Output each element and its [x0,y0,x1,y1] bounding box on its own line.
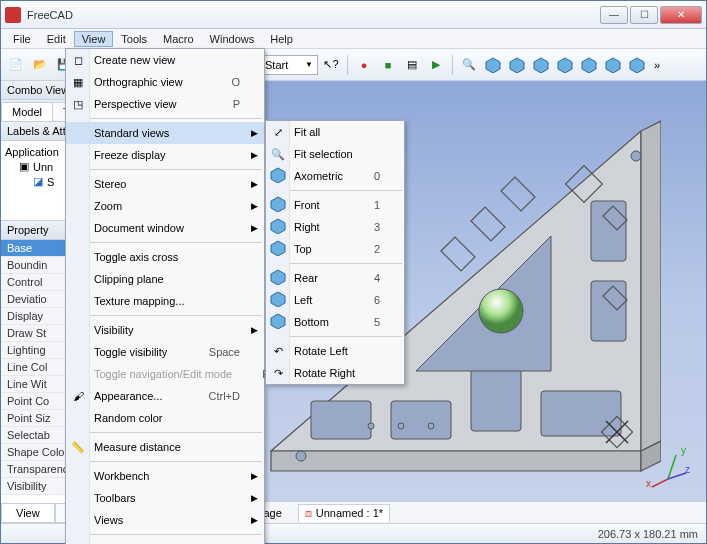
view-left-button[interactable] [602,54,624,76]
menu-item-label: Toggle axis cross [94,251,178,263]
view-menu-item[interactable]: Visibility▶ [66,319,264,341]
stdviews-item[interactable]: Front1 [266,194,404,216]
menu-item-label: Clipping plane [94,273,164,285]
menu-item-label: Toggle visibility [94,346,167,358]
minimize-button[interactable]: — [600,6,628,24]
toolbar-overflow-icon[interactable]: » [650,59,664,71]
chevron-right-icon: ▶ [251,201,258,211]
stdviews-item[interactable]: ⤢Fit all [266,121,404,143]
stdviews-item[interactable]: Right3 [266,216,404,238]
view-menu-item[interactable]: Zoom▶ [66,195,264,217]
view-menu-item[interactable]: 🖌Appearance...Ctrl+D [66,385,264,407]
view-menu-item[interactable]: ✓Status bar [66,538,264,544]
toolbar-separator [347,55,348,75]
stdviews-item[interactable]: ↷Rotate Right [266,362,404,384]
menu-file[interactable]: File [5,31,39,47]
view-menu-item[interactable]: Standard views▶ [66,122,264,144]
doc-tab-unnamed[interactable]: ⧈ Unnamed : 1* [298,504,390,522]
svg-marker-3 [558,58,572,73]
maximize-button[interactable]: ☐ [630,6,658,24]
stdviews-item[interactable]: Left6 [266,289,404,311]
view-menu-item[interactable]: ▦Orthographic viewO [66,71,264,93]
cube-icon [629,57,645,73]
fitsel-icon: 🔍 [270,148,286,161]
stdviews-item[interactable]: Axometric0 [266,165,404,187]
rotr-icon: ↷ [270,367,286,380]
open-file-button[interactable]: 📂 [29,54,51,76]
stdviews-item[interactable]: Rear4 [266,267,404,289]
view-right-button[interactable] [530,54,552,76]
menu-item-label: Rotate Right [294,367,355,379]
view-menu-item[interactable]: 📏Measure distance [66,436,264,458]
stdviews-item[interactable]: Bottom5 [266,311,404,333]
menu-item-label: Fit selection [294,148,353,160]
cube-icon [270,291,286,309]
new-file-button[interactable]: 📄 [5,54,27,76]
menu-windows[interactable]: Windows [202,31,263,47]
record-macro-button[interactable]: ● [353,54,375,76]
view-menu-item[interactable]: Document window▶ [66,217,264,239]
menu-separator [68,242,262,243]
menu-help[interactable]: Help [262,31,301,47]
macros-button[interactable]: ▤ [401,54,423,76]
view-menu-item[interactable]: Toolbars▶ [66,487,264,509]
view-menu-item[interactable]: Random color [66,407,264,429]
axis-x-label: x [646,478,651,489]
chevron-right-icon: ▶ [251,223,258,233]
stdviews-item[interactable]: ↶Rotate Left [266,340,404,362]
close-button[interactable]: ✕ [660,6,702,24]
chevron-right-icon: ▶ [251,150,258,160]
view-menu-item[interactable]: Texture mapping... [66,290,264,312]
menu-item-label: Texture mapping... [94,295,185,307]
tab-model[interactable]: Model [1,102,53,121]
titlebar: FreeCAD — ☐ ✕ [1,1,706,29]
svg-line-27 [652,479,668,487]
svg-marker-6 [630,58,644,73]
view-menu-item[interactable]: Workbench▶ [66,465,264,487]
view-menu-item[interactable]: Toggle visibilitySpace [66,341,264,363]
menu-tools[interactable]: Tools [113,31,155,47]
menu-item-label: Perspective view [94,98,177,110]
svg-marker-5 [606,58,620,73]
property-tab-view[interactable]: View [1,504,55,523]
cube-icon [605,57,621,73]
menu-item-label: Visibility [94,324,134,336]
view-menu-item[interactable]: Freeze display▶ [66,144,264,166]
view-menu-item[interactable]: ◳Perspective viewP [66,93,264,115]
view-menu-item[interactable]: Stereo▶ [66,173,264,195]
cube-icon [270,196,286,214]
svg-marker-34 [271,270,285,285]
menu-view[interactable]: View [74,31,114,47]
menu-shortcut: Ctrl+D [179,390,240,402]
rotl-icon: ↶ [270,345,286,358]
folder-open-icon: 📂 [33,58,47,71]
menu-edit[interactable]: Edit [39,31,74,47]
view-menu-item[interactable]: Views▶ [66,509,264,531]
ortho-icon: ▦ [70,76,86,89]
run-macro-button[interactable]: ▶ [425,54,447,76]
menu-shortcut: P [203,98,240,110]
view-bottom-button[interactable] [626,54,648,76]
menu-macro[interactable]: Macro [155,31,202,47]
svg-marker-30 [271,168,285,183]
menu-separator [68,169,262,170]
svg-marker-4 [582,58,596,73]
view-rear-button[interactable] [578,54,600,76]
view-front-button[interactable] [506,54,528,76]
menu-item-label: Orthographic view [94,76,183,88]
view-menu-item: Toggle navigation/Edit modeEsc [66,363,264,385]
chevron-right-icon: ▶ [251,179,258,189]
view-top-button[interactable] [554,54,576,76]
view-menu-item[interactable]: Toggle axis cross [66,246,264,268]
menu-separator [68,118,262,119]
view-menu-item[interactable]: ◻Create new view [66,49,264,71]
menu-item-label: Left [294,294,312,306]
stop-macro-button[interactable]: ■ [377,54,399,76]
view-iso-button[interactable] [482,54,504,76]
view-menu-item[interactable]: Clipping plane [66,268,264,290]
whatsthis-button[interactable]: ↖? [320,54,342,76]
stdviews-item[interactable]: Top2 [266,238,404,260]
stdviews-item[interactable]: 🔍Fit selection [266,143,404,165]
chevron-right-icon: ▶ [251,128,258,138]
fit-all-button[interactable]: 🔍 [458,54,480,76]
